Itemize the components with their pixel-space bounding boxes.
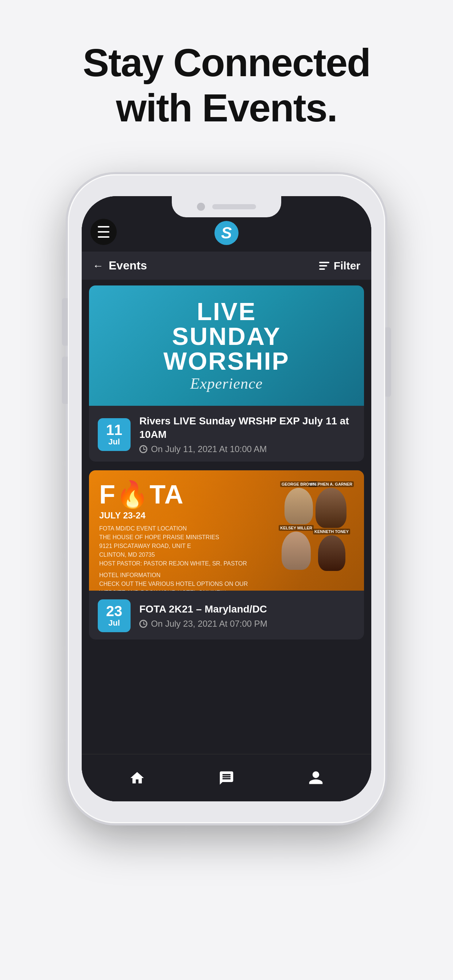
worship-line4: Experience xyxy=(163,375,290,392)
clock-icon xyxy=(139,620,147,628)
home-icon xyxy=(129,770,145,786)
worship-datetime: On July 11, 2021 At 10:00 AM xyxy=(151,444,267,454)
fota-banner: F🔥TA JULY 23-24 FOTA MD/DC EVENT LOCATIO… xyxy=(89,470,364,590)
speaker-toney-face xyxy=(318,535,345,571)
fota-speakers: STEPHEN A. GARNER GEORGE BROWN xyxy=(266,481,354,583)
fota-content: F🔥TA JULY 23-24 FOTA MD/DC EVENT LOCATIO… xyxy=(89,470,364,590)
hamburger-line xyxy=(98,231,109,232)
speaker-toney-label: KENNETH TONEY xyxy=(313,529,350,535)
notch-camera xyxy=(197,203,205,211)
events-list: LIVE SUNDAY WORSHIP Experience 11 Jul xyxy=(82,280,371,801)
headline-line2: with Events. xyxy=(83,85,370,130)
fota-detail4: CLINTON, MD 20735 xyxy=(99,550,266,559)
fota-hotel-header: HOTEL INFORMATION xyxy=(99,571,266,580)
filter-label: Filter xyxy=(334,259,360,272)
fota-event-title: FOTA 2K21 – Maryland/DC xyxy=(139,603,355,616)
fota-title-part2: TA xyxy=(150,480,184,509)
filter-icon xyxy=(319,262,329,270)
events-header: ← Events Filter xyxy=(82,251,371,280)
filter-line xyxy=(319,268,325,270)
headline-line1: Stay Connected xyxy=(83,40,370,85)
worship-event-time: On July 11, 2021 At 10:00 AM xyxy=(139,444,355,454)
notch-speaker xyxy=(212,204,256,209)
fota-host: HOST PASTOR: PASTOR REJON WHITE, SR. PAS… xyxy=(99,559,266,568)
worship-line3: WORSHIP xyxy=(163,348,290,373)
events-back-button[interactable]: ← Events xyxy=(93,259,147,272)
nav-home[interactable] xyxy=(129,770,145,786)
fota-event-time: On July 23, 2021 At 07:00 PM xyxy=(139,619,355,629)
filter-button[interactable]: Filter xyxy=(319,259,360,272)
fota-event-info: 23 Jul FOTA 2K21 – Maryland/DC On July 2… xyxy=(89,590,364,640)
app-logo: S xyxy=(214,221,239,245)
hamburger-line xyxy=(98,226,109,228)
fota-hotel-detail: CHECK OUT THE VARIOUS HOTEL OPTIONS ON O… xyxy=(99,580,266,590)
fota-event-text: FOTA 2K21 – Maryland/DC On July 23, 2021… xyxy=(139,603,355,629)
fota-detail1: FOTA MD/DC EVENT LOCATION xyxy=(99,524,266,533)
fota-badge-month: Jul xyxy=(108,618,120,628)
filter-line xyxy=(319,265,327,267)
fota-dates: JULY 23-24 xyxy=(99,511,266,520)
fota-details: FOTA MD/DC EVENT LOCATION THE HOUSE OF H… xyxy=(99,524,266,590)
worship-date-badge: 11 Jul xyxy=(98,418,131,451)
worship-line1: LIVE xyxy=(163,299,290,324)
bottom-nav xyxy=(82,754,371,801)
fota-badge-day: 23 xyxy=(106,604,123,618)
event-card-fota[interactable]: F🔥TA JULY 23-24 FOTA MD/DC EVENT LOCATIO… xyxy=(89,470,364,640)
fota-title-part1: F xyxy=(99,480,116,509)
worship-badge-month: Jul xyxy=(108,437,120,447)
speaker-miller-face xyxy=(282,531,311,570)
fota-date-badge: 23 Jul xyxy=(98,600,131,632)
speaker-brown-label: GEORGE BROWN xyxy=(280,481,317,487)
nav-chat[interactable] xyxy=(219,770,234,786)
events-label: Events xyxy=(109,259,147,272)
hamburger-line xyxy=(98,236,109,238)
fota-datetime: On July 23, 2021 At 07:00 PM xyxy=(151,619,267,629)
fota-detail2: THE HOUSE OF HOPE PRAISE MINISTRIES xyxy=(99,533,266,542)
worship-event-info: 11 Jul Rivers LIVE Sunday WRSHP EXP July… xyxy=(89,406,364,461)
phone-mockup: S ← Events Filter xyxy=(68,174,385,823)
fota-flame: 🔥 xyxy=(116,480,150,509)
fota-left: F🔥TA JULY 23-24 FOTA MD/DC EVENT LOCATIO… xyxy=(99,481,266,590)
worship-banner: LIVE SUNDAY WORSHIP Experience xyxy=(89,285,364,406)
app-logo-letter: S xyxy=(221,225,231,241)
phone-notch xyxy=(172,196,281,217)
phone-shell: S ← Events Filter xyxy=(68,174,385,823)
worship-badge-day: 11 xyxy=(106,423,123,437)
phone-screen: S ← Events Filter xyxy=(82,196,371,801)
app-content: S ← Events Filter xyxy=(82,196,371,801)
worship-line2: SUNDAY xyxy=(163,324,290,348)
nav-profile[interactable] xyxy=(308,770,324,786)
filter-line xyxy=(319,262,329,263)
clock-icon xyxy=(139,445,147,453)
worship-event-title: Rivers LIVE Sunday WRSHP EXP July 11 at … xyxy=(139,415,355,441)
fota-title: F🔥TA xyxy=(99,481,266,508)
chat-icon xyxy=(219,770,234,786)
fota-detail3: 9121 PISCATAWAY ROAD, UNIT E xyxy=(99,542,266,550)
hamburger-button[interactable] xyxy=(91,219,117,245)
speaker-garner-face xyxy=(316,488,346,528)
back-arrow-icon: ← xyxy=(93,259,104,272)
person-icon xyxy=(308,770,324,786)
worship-event-text: Rivers LIVE Sunday WRSHP EXP July 11 at … xyxy=(139,415,355,454)
event-card-worship[interactable]: LIVE SUNDAY WORSHIP Experience 11 Jul xyxy=(89,285,364,461)
worship-banner-text: LIVE SUNDAY WORSHIP Experience xyxy=(156,292,297,399)
speaker-brown-face xyxy=(284,488,313,524)
headline-section: Stay Connected with Events. xyxy=(83,40,370,130)
speaker-miller-label: KELSEY MILLER xyxy=(279,525,314,531)
